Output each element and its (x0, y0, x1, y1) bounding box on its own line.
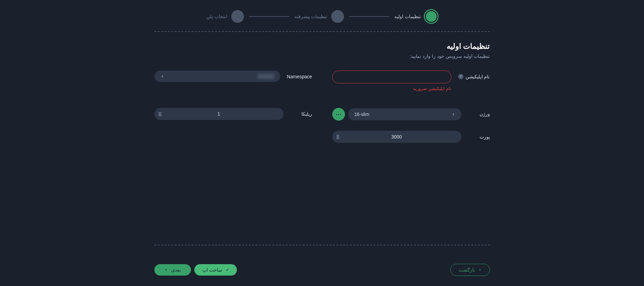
spinner-down-icon[interactable]: ▼ (158, 114, 162, 116)
step-label: تنظیمات اولیه (394, 14, 421, 19)
version-select[interactable]: 16-slim (348, 108, 461, 120)
port-spinner: ▲ ▼ (336, 135, 340, 139)
form-area: نام اپلیکیشن ? نام اپلیکیشن ضروریه Names… (154, 71, 490, 245)
version-more-button[interactable]: ⋯ (332, 108, 345, 121)
step-circle-active (425, 10, 438, 23)
divider (154, 31, 490, 32)
form-group-version: ورژن ⋯ 16-slim (332, 108, 490, 121)
port-label: پورت (468, 131, 490, 139)
step-connector (249, 16, 289, 17)
chevron-right-icon (478, 268, 482, 272)
chevron-left-icon (451, 112, 455, 116)
form-group-namespace: Namespace (154, 71, 312, 91)
namespace-select[interactable] (154, 71, 280, 82)
app-name-input[interactable] (332, 71, 451, 83)
section-subtitle: تنظیمات اولیه سرویس خود را وارد نمایید: (154, 53, 490, 59)
back-button[interactable]: بازگشت (450, 264, 490, 276)
namespace-value-blurred (257, 74, 274, 79)
spinner-up-icon[interactable]: ▲ (336, 135, 340, 137)
form-group-app-name: نام اپلیکیشن ? نام اپلیکیشن ضروریه (332, 71, 490, 91)
chevron-left-icon (160, 74, 164, 78)
footer: بازگشت ساخت اپ بعدی (154, 245, 490, 276)
spinner-up-icon[interactable]: ▲ (158, 112, 162, 114)
replica-spinner: ▲ ▼ (158, 112, 162, 116)
replica-input[interactable] (160, 111, 278, 117)
version-value: 16-slim (354, 112, 369, 117)
step-connector (349, 16, 389, 17)
port-input[interactable] (338, 134, 455, 139)
port-input-wrapper[interactable]: ▲ ▼ (332, 131, 461, 143)
form-group-port: پورت ▲ ▼ (332, 131, 490, 143)
create-app-button[interactable]: ساخت اپ (194, 264, 237, 276)
step-initial-settings[interactable]: تنظیمات اولیه (394, 10, 438, 23)
step-circle (331, 10, 344, 23)
check-icon (226, 268, 229, 272)
step-circle (231, 10, 244, 23)
version-label: ورژن (468, 108, 490, 117)
chevron-left-icon (164, 268, 168, 272)
replica-label: رپلیکا (290, 108, 312, 117)
step-select-plan[interactable]: انتخاب پلن (206, 10, 244, 23)
step-label: تنظیمات پیشرفته (294, 14, 328, 19)
replica-input-wrapper[interactable]: ▲ ▼ (154, 108, 284, 120)
step-advanced-settings[interactable]: تنظیمات پیشرفته (294, 10, 344, 23)
namespace-label: Namespace (287, 71, 312, 79)
stepper: تنظیمات اولیه تنظیمات پیشرفته انتخاب پلن (154, 10, 490, 23)
next-button[interactable]: بعدی (154, 264, 191, 276)
help-icon[interactable]: ? (458, 74, 463, 79)
step-label: انتخاب پلن (206, 14, 227, 19)
app-name-label: نام اپلیکیشن ? (458, 71, 490, 79)
form-group-replica: رپلیکا ▲ ▼ (154, 108, 312, 121)
app-name-error: نام اپلیکیشن ضروریه (332, 86, 451, 91)
section-title: تنظیمات اولیه (154, 42, 490, 51)
divider (154, 245, 490, 245)
spinner-down-icon[interactable]: ▼ (336, 137, 340, 139)
